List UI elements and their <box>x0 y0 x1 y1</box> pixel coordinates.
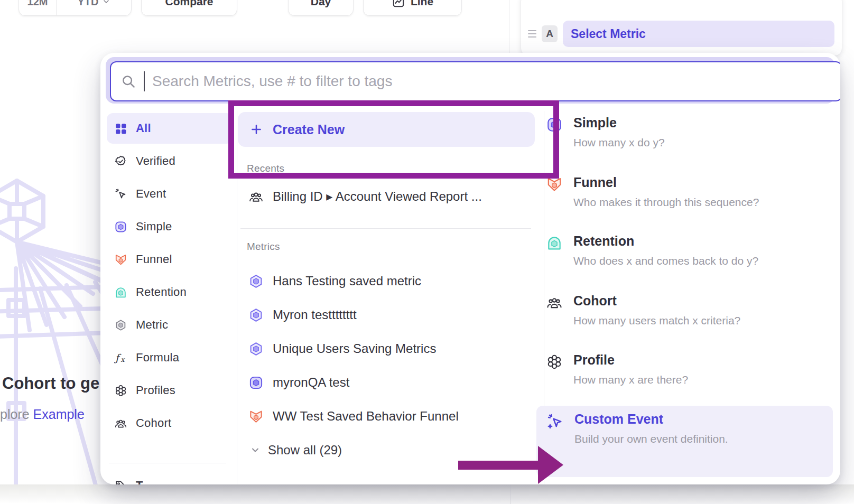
category-verified[interactable]: Verified <box>107 146 233 176</box>
type-title: Simple <box>573 115 665 130</box>
metric-list-item[interactable]: Unique Users Saving Metrics <box>248 334 436 363</box>
category-label: All <box>136 122 151 135</box>
metric-item-label: WW Test Saved Behavior Funnel <box>273 409 459 424</box>
sidebar-divider <box>109 463 226 463</box>
type-title: Profile <box>573 352 688 368</box>
simple-metric-icon <box>248 375 264 390</box>
retention-icon <box>114 286 127 299</box>
recent-item[interactable]: Billing ID ▸ Account Viewed Report ... <box>248 182 482 211</box>
compare-button[interactable]: Compare <box>141 0 237 16</box>
line-chart-icon <box>392 0 405 8</box>
metric-hexagon-purple-icon <box>248 341 264 357</box>
search-placeholder: Search Metrics, use # to filter to tags <box>152 73 392 90</box>
category-label: Verified <box>136 154 175 168</box>
profiles-flower-icon <box>114 384 127 397</box>
show-all-label: Show all (29) <box>268 443 342 458</box>
formula-icon: ƒx <box>114 351 127 365</box>
category-label: Profiles <box>136 384 175 397</box>
type-title: Funnel <box>573 175 759 190</box>
type-title: Cohort <box>573 293 740 309</box>
type-description: Build your own event definition. <box>574 433 728 445</box>
grid-icon <box>114 122 127 135</box>
funnel-icon <box>248 409 264 424</box>
metric-type-cohort[interactable]: Cohort How many users match x criteria? <box>546 293 834 327</box>
retention-icon <box>546 235 563 251</box>
metric-list-item[interactable]: WW Test Saved Behavior Funnel <box>248 402 459 431</box>
category-retention[interactable]: Retention <box>107 277 233 307</box>
line-label: Line <box>411 0 433 8</box>
verified-badge-icon <box>114 155 127 168</box>
compare-label: Compare <box>165 0 213 8</box>
metric-hexagon-purple-icon <box>248 307 264 323</box>
simple-metric-icon <box>114 220 127 234</box>
annotation-highlight-box <box>228 100 559 179</box>
category-all[interactable]: All <box>107 113 233 144</box>
metric-item-label: Myron testttttttt <box>273 307 357 322</box>
category-formula[interactable]: ƒx Formula <box>107 342 233 373</box>
category-cohort[interactable]: Cohort <box>107 408 233 438</box>
metric-type-retention[interactable]: Retention Who does x and comes back to d… <box>546 234 834 267</box>
funnel-icon <box>114 253 127 266</box>
select-metric-pill[interactable]: Select Metric <box>563 21 834 47</box>
category-label: Metric <box>136 318 168 332</box>
show-all-toggle[interactable]: Show all (29) <box>250 436 342 464</box>
metric-hexagon-purple-icon <box>248 274 264 289</box>
metric-list-item[interactable]: Myron testttttttt <box>248 300 357 330</box>
category-label: Event <box>136 187 166 201</box>
cohort-people-icon <box>114 417 127 430</box>
range-ytd-button[interactable]: YTD <box>57 0 131 15</box>
recent-item-label: Billing ID ▸ Account Viewed Report ... <box>273 189 482 204</box>
example-reports-link[interactable]: Example <box>33 407 85 422</box>
day-label: Day <box>311 0 331 8</box>
range-12m-label: 12M <box>27 0 48 8</box>
type-description: How many users match x criteria? <box>573 314 740 327</box>
metric-type-profile[interactable]: Profile How many x are there? <box>546 352 834 386</box>
category-label: Cohort <box>136 416 171 430</box>
svg-text:x: x <box>121 355 126 363</box>
category-funnel[interactable]: Funnel <box>107 244 233 275</box>
category-event[interactable]: Event <box>107 179 233 209</box>
chevron-down-icon <box>102 0 110 6</box>
range-12m-button[interactable]: 12M <box>19 0 57 15</box>
category-simple[interactable]: Simple <box>107 211 233 242</box>
series-letter-badge: A <box>542 25 558 42</box>
explore-text-fragment: plore <box>0 407 33 422</box>
category-metric[interactable]: Metric <box>107 310 233 340</box>
custom-event-icon <box>546 413 564 431</box>
metric-list-item[interactable]: myronQA test <box>248 368 349 397</box>
panel-divider-top <box>509 0 509 54</box>
date-range-segmented-control: 12M YTD <box>18 0 132 16</box>
metric-type-custom-event[interactable]: Custom Event Build your own event defini… <box>546 412 834 445</box>
metrics-section-header: Metrics <box>247 241 280 253</box>
metric-list-item[interactable]: Hans Testing saved metric <box>248 266 421 296</box>
category-profiles[interactable]: Profiles <box>107 375 233 406</box>
granularity-day-button[interactable]: Day <box>288 0 354 16</box>
type-description: Who does x and comes back to do y? <box>573 255 758 267</box>
type-description: Who makes it through this sequence? <box>573 196 759 209</box>
cohort-people-icon <box>546 294 563 311</box>
search-icon <box>120 73 136 89</box>
search-input[interactable]: Search Metrics, use # to filter to tags <box>110 61 840 101</box>
type-title: Custom Event <box>574 412 728 427</box>
profiles-flower-icon <box>546 353 563 370</box>
event-cursor-icon <box>114 188 127 201</box>
drag-handle-icon[interactable] <box>528 30 536 38</box>
chart-type-line-button[interactable]: Line <box>363 0 462 16</box>
text-cursor <box>144 71 145 91</box>
empty-state-headline-fragment: Cohort to ge <box>2 374 99 393</box>
type-title: Retention <box>573 234 758 249</box>
metric-type-simple[interactable]: Simple How many x do y? <box>546 115 834 149</box>
metric-hexagon-icon <box>114 319 127 332</box>
range-ytd-label: YTD <box>78 0 99 8</box>
category-label: Formula <box>136 351 179 365</box>
annotation-arrow-head <box>538 446 563 484</box>
metric-item-label: Hans Testing saved metric <box>273 274 421 288</box>
query-builder-card: A Select Metric <box>521 0 842 56</box>
category-label: Retention <box>136 285 187 299</box>
category-partial-tags[interactable]: T <box>107 470 233 484</box>
cohort-people-icon <box>248 189 264 204</box>
type-description: How many x do y? <box>573 136 665 149</box>
category-label: Simple <box>136 220 172 234</box>
tag-icon <box>114 479 127 485</box>
metric-type-funnel[interactable]: Funnel Who makes it through this sequenc… <box>546 175 834 209</box>
